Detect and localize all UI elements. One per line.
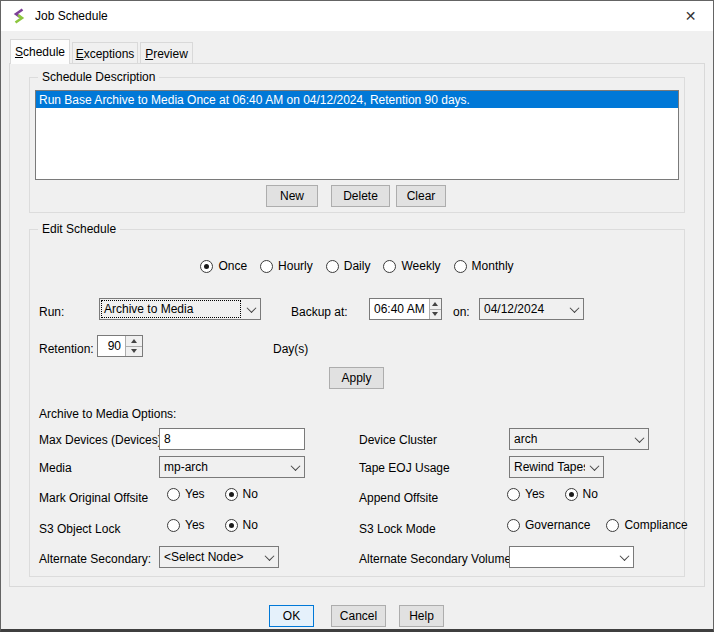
chevron-down-icon <box>615 547 633 567</box>
s3-lock-mode-compliance[interactable]: Compliance <box>606 518 687 532</box>
backup-time-spin-buttons <box>429 299 441 319</box>
tab-schedule[interactable]: Schedule <box>10 39 70 64</box>
append-offsite-no-label: No <box>583 487 598 501</box>
tab-preview-label: Preview <box>145 47 188 61</box>
tape-eoj-usage-value: Rewind Tapes <box>510 457 585 477</box>
radio-hourly-icon <box>260 260 273 273</box>
max-devices-label: Max Devices (Devices) <box>39 433 162 447</box>
s3-object-lock-yes[interactable]: Yes <box>167 518 205 532</box>
schedule-list-item-selected[interactable]: Run Base Archive to Media Once at 06:40 … <box>36 91 678 108</box>
media-value: mp-arch <box>160 457 286 477</box>
alternate-secondary-volume-select[interactable] <box>509 546 634 568</box>
radio-governance-icon <box>507 519 520 532</box>
alternate-secondary-volume-value <box>510 547 615 567</box>
delete-button[interactable]: Delete <box>331 185 390 207</box>
mark-original-offsite-yes-label: Yes <box>185 487 205 501</box>
mark-original-offsite-no[interactable]: No <box>225 487 258 501</box>
s3-object-lock-yes-label: Yes <box>185 518 205 532</box>
window-title: Job Schedule <box>35 9 108 23</box>
media-select[interactable]: mp-arch <box>159 456 305 478</box>
spin-down-button[interactable] <box>430 310 441 320</box>
close-icon[interactable]: ✕ <box>668 1 713 31</box>
apply-button[interactable]: Apply <box>329 367 384 389</box>
radio-yes-icon <box>167 488 180 501</box>
job-schedule-dialog: Job Schedule ✕ Schedule Exceptions Previ… <box>0 0 714 632</box>
archive-options-title: Archive to Media Options: <box>39 407 176 421</box>
radio-yes-icon <box>507 488 520 501</box>
radio-yes-icon <box>167 519 180 532</box>
append-offsite-no[interactable]: No <box>565 487 598 501</box>
run-select[interactable]: Archive to Media <box>99 298 261 320</box>
run-select-value: Archive to Media <box>100 299 242 319</box>
chevron-down-icon <box>565 299 583 319</box>
backup-time-spinner[interactable]: 06:40 AM <box>369 298 442 320</box>
tape-eoj-usage-label: Tape EOJ Usage <box>359 461 450 475</box>
radio-no-icon <box>225 488 238 501</box>
chevron-down-icon <box>286 457 304 477</box>
help-button[interactable]: Help <box>399 605 444 627</box>
mark-original-offsite-no-label: No <box>243 487 258 501</box>
spin-down-button[interactable] <box>126 347 142 357</box>
append-offsite-yes[interactable]: Yes <box>507 487 545 501</box>
new-button[interactable]: New <box>266 185 318 207</box>
max-devices-input[interactable]: 8 <box>159 428 305 450</box>
cancel-button[interactable]: Cancel <box>331 605 386 627</box>
alternate-secondary-volume-label: Alternate Secondary Volume: <box>359 552 514 566</box>
app-logo-icon <box>11 8 27 24</box>
radio-once-label: Once <box>218 259 247 273</box>
tab-schedule-label: Schedule <box>15 45 65 59</box>
tab-preview[interactable]: Preview <box>140 42 193 64</box>
s3-lock-mode-governance[interactable]: Governance <box>507 518 590 532</box>
s3-lock-mode-label: S3 Lock Mode <box>359 522 436 536</box>
append-offsite-radio-group: Yes No <box>507 487 598 501</box>
s3-object-lock-no[interactable]: No <box>225 518 258 532</box>
on-date-select[interactable]: 04/12/2024 <box>479 298 584 320</box>
radio-hourly[interactable]: Hourly <box>260 259 313 273</box>
radio-monthly[interactable]: Monthly <box>454 259 514 273</box>
retention-value: 90 <box>98 339 125 353</box>
radio-daily[interactable]: Daily <box>326 259 371 273</box>
schedule-description-list[interactable]: Run Base Archive to Media Once at 06:40 … <box>35 90 679 180</box>
radio-daily-label: Daily <box>344 259 371 273</box>
radio-no-icon <box>225 519 238 532</box>
radio-once[interactable]: Once <box>200 259 247 273</box>
mark-original-offsite-label: Mark Original Offsite <box>39 491 148 505</box>
radio-weekly[interactable]: Weekly <box>383 259 440 273</box>
mark-original-offsite-radio-group: Yes No <box>167 487 258 501</box>
tab-exceptions[interactable]: Exceptions <box>72 42 138 64</box>
radio-monthly-icon <box>454 260 467 273</box>
backup-at-label: Backup at: <box>291 305 348 319</box>
spin-up-button[interactable] <box>430 299 441 310</box>
tape-eoj-usage-select[interactable]: Rewind Tapes <box>509 456 604 478</box>
edit-schedule-group-label: Edit Schedule <box>38 222 120 236</box>
retention-label: Retention: <box>39 342 94 356</box>
chevron-down-icon <box>242 299 260 319</box>
s3-lock-mode-governance-label: Governance <box>525 518 590 532</box>
radio-no-icon <box>565 488 578 501</box>
radio-weekly-icon <box>383 260 396 273</box>
backup-time-value: 06:40 AM <box>370 302 429 316</box>
retention-spinner[interactable]: 90 <box>97 335 143 357</box>
radio-weekly-label: Weekly <box>401 259 440 273</box>
max-devices-value: 8 <box>160 432 304 446</box>
alternate-secondary-select[interactable]: <Select Node> <box>159 546 279 568</box>
alternate-secondary-value: <Select Node> <box>160 547 260 567</box>
s3-lock-mode-radio-group: Governance Compliance <box>507 518 688 532</box>
append-offsite-label: Append Offsite <box>359 491 438 505</box>
retention-unit-label: Day(s) <box>273 342 308 356</box>
title-bar: Job Schedule ✕ <box>1 1 713 31</box>
radio-once-icon <box>200 260 213 273</box>
clear-button[interactable]: Clear <box>396 185 446 207</box>
device-cluster-value: arch <box>510 429 630 449</box>
append-offsite-yes-label: Yes <box>525 487 545 501</box>
s3-object-lock-radio-group: Yes No <box>167 518 258 532</box>
ok-button[interactable]: OK <box>269 605 314 627</box>
mark-original-offsite-yes[interactable]: Yes <box>167 487 205 501</box>
radio-daily-icon <box>326 260 339 273</box>
radio-compliance-icon <box>606 519 619 532</box>
s3-object-lock-no-label: No <box>243 518 258 532</box>
on-date-value: 04/12/2024 <box>480 299 565 319</box>
spin-up-button[interactable] <box>126 336 142 347</box>
device-cluster-select[interactable]: arch <box>509 428 649 450</box>
chevron-down-icon <box>630 429 648 449</box>
